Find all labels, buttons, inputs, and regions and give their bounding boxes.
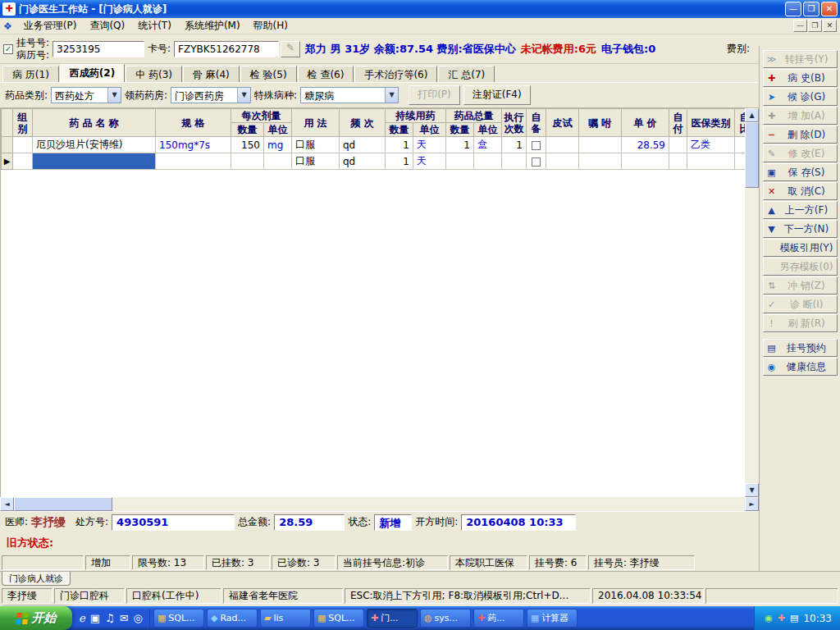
tab-lab-test[interactable]: 检 验(5) <box>240 66 297 82</box>
cancel-button[interactable]: ✕ 取 消(C) <box>763 182 838 200</box>
case-no-input[interactable]: 3253195 <box>52 41 144 57</box>
waiting-list-button[interactable]: ➤ 候 诊(G) <box>763 88 838 106</box>
drug-type-select[interactable]: 西药处方 ▼ <box>51 87 121 103</box>
status-hint: ESC:取消上下方引用; F8:取消模板引用;Ctrl+D... <box>345 588 591 604</box>
menu-statistics[interactable]: 统计(T) <box>131 17 178 34</box>
col-total-qty: 数量 <box>446 123 474 137</box>
task-pharmacy[interactable]: ✚ 药... <box>473 609 524 628</box>
app-icon: ◍ <box>424 613 432 623</box>
card-reader-button[interactable]: ✎ <box>281 41 300 57</box>
network-icon[interactable]: ▤ <box>790 613 798 623</box>
transfer-registration-button[interactable]: ≫ 转挂号(Y) <box>763 50 838 68</box>
col-frequency: 频 次 <box>340 109 386 137</box>
tab-western-medicine[interactable]: 西成药(2) <box>60 64 125 82</box>
task-outpatient-workstation[interactable]: ✚ 门... <box>367 609 418 628</box>
save-icon: ▣ <box>766 167 778 178</box>
title-bar: ✚ 门诊医生工作站 - [门诊病人就诊] — ❐ ✕ <box>0 0 840 18</box>
restore-button[interactable]: ❐ <box>803 2 819 16</box>
menu-bar: ❖ 业务管理(P) 查询(Q) 统计(T) 系统维护(M) 帮助(H) — ❐ … <box>0 18 840 34</box>
show-desktop-icon[interactable]: ▣ <box>90 612 100 624</box>
tab-surgery[interactable]: 手术治疗等(6) <box>354 66 437 82</box>
browser-icon[interactable]: ◎ <box>134 612 143 624</box>
vertical-scroll-thumb[interactable] <box>745 122 759 188</box>
start-button[interactable]: 开始 <box>0 606 72 630</box>
add-button[interactable]: ✚ 增 加(A) <box>763 107 838 125</box>
menu-business[interactable]: 业务管理(P) <box>17 17 84 34</box>
tab-chinese-medicine[interactable]: 中 药(3) <box>126 66 182 82</box>
save-button[interactable]: ▣ 保 存(S) <box>763 163 838 181</box>
minimize-button[interactable]: — <box>785 2 801 16</box>
scroll-up-icon[interactable]: ▲ <box>745 108 759 122</box>
medical-history-button[interactable]: ✚ 病 史(B) <box>763 69 838 87</box>
health-tray-icon[interactable]: ✚ <box>778 613 785 623</box>
child-minimize-button[interactable]: — <box>793 20 807 32</box>
add-icon: ✚ <box>766 111 778 121</box>
task-calculator[interactable]: ▦ 计算器 <box>527 609 578 628</box>
status-user: 李抒缦 <box>2 588 52 604</box>
mail-icon[interactable]: ✉ <box>120 612 129 624</box>
print-button[interactable]: 打印(P) <box>409 85 460 105</box>
task-sql-2[interactable]: ▦ SQL... <box>313 609 364 628</box>
reverse-button[interactable]: ⇅ 冲 销(Z) <box>763 276 838 294</box>
task-sys[interactable]: ◍ sys... <box>420 609 471 628</box>
tab-medical-record[interactable]: 病 历(1) <box>2 66 59 82</box>
save-as-template-button[interactable]: 另存模板(0) <box>763 258 838 276</box>
chevron-down-icon: ▼ <box>385 88 398 103</box>
child-restore-button[interactable]: ❐ <box>808 20 822 32</box>
table-row[interactable]: ▶ 口服 qd 1 天 <box>2 153 746 170</box>
registration-fee: 挂号费: 6 <box>529 555 587 570</box>
status-department: 门诊口腔科 <box>54 588 125 604</box>
col-self-provided: 自备 <box>527 109 546 137</box>
scroll-down-icon[interactable]: ▼ <box>745 483 759 497</box>
task-sql-1[interactable]: ▦ SQL... <box>153 609 204 628</box>
row-indicator-header <box>2 109 13 137</box>
scroll-right-icon[interactable]: ► <box>745 497 759 511</box>
drug-name-cell[interactable]: 厄贝沙坦片(安博维) <box>33 137 156 153</box>
delete-button[interactable]: − 删 除(D) <box>763 126 838 144</box>
horizontal-scroll-thumb[interactable] <box>14 497 112 511</box>
ie-icon[interactable]: e <box>79 612 85 624</box>
tab-summary[interactable]: 汇 总(7) <box>438 66 495 82</box>
close-button[interactable]: ✕ <box>821 2 838 16</box>
menu-help[interactable]: 帮助(H) <box>247 17 294 34</box>
insurance-info: 本院职工医保 <box>450 555 527 570</box>
table-row[interactable]: 厄贝沙坦片(安博维) 150mg*7s 150 mg 口服 qd 1 天 1 盒… <box>2 137 746 153</box>
template-reference-button[interactable]: 模板引用(Y) <box>763 239 838 257</box>
pharmacy-label: 领药药房: <box>125 89 167 103</box>
case-no-label: 病历号: <box>16 49 49 62</box>
antivirus-icon[interactable]: ◉ <box>765 613 773 623</box>
menu-query[interactable]: 查询(Q) <box>83 17 131 34</box>
registered-count: 已挂数: 3 <box>206 555 270 570</box>
task-lis[interactable]: ▰ lis <box>260 609 311 628</box>
horizontal-scrollbar[interactable]: ◄ ► <box>0 497 759 511</box>
delete-icon: − <box>766 130 778 140</box>
scroll-left-icon[interactable]: ◄ <box>0 497 14 511</box>
diagnosis-button[interactable]: ✓ 诊 断(I) <box>763 295 838 313</box>
tab-outpatient-visit[interactable]: 门诊病人就诊 <box>2 572 71 586</box>
next-prescription-button[interactable]: ▼ 下一方(N) <box>763 220 838 238</box>
injection-cert-button[interactable]: 注射证(F4) <box>463 85 531 105</box>
col-skin-test: 皮试 <box>546 109 579 137</box>
total-amount-label: 总金额: <box>238 515 271 529</box>
col-advice: 嘱 咐 <box>579 109 622 137</box>
refresh-button[interactable]: ! 刷 新(R) <box>763 314 838 332</box>
reg-checkbox[interactable]: ✓ <box>3 44 13 54</box>
media-player-icon[interactable]: ♫ <box>105 612 115 624</box>
col-dose-unit: 单位 <box>264 123 292 137</box>
child-close-button[interactable]: ✕ <box>823 20 837 32</box>
task-rad[interactable]: ◆ Rad... <box>207 609 258 628</box>
pharmacy-select[interactable]: 门诊西药房 ▼ <box>171 87 251 103</box>
health-info-button[interactable]: ◉ 健康信息 <box>763 358 838 376</box>
selected-cell[interactable] <box>33 153 156 170</box>
previous-prescription-button[interactable]: ▲ 上一方(F) <box>763 201 838 219</box>
vertical-scrollbar[interactable]: ▲ ▼ <box>745 108 759 497</box>
registration-appointment-button[interactable]: ▤ 挂号预约 <box>763 339 838 357</box>
fee-type-label: 费别: <box>727 42 750 56</box>
special-disease-select[interactable]: 糖尿病 ▼ <box>300 87 399 103</box>
card-no-label: 卡号: <box>148 42 171 56</box>
menu-maintenance[interactable]: 系统维护(M) <box>178 17 247 34</box>
tab-ortho-anesthesia[interactable]: 骨 麻(4) <box>183 66 240 82</box>
card-no-input[interactable]: FZYBK51262778 <box>174 41 279 57</box>
modify-button[interactable]: ✎ 修 改(E) <box>763 144 838 162</box>
tab-examination[interactable]: 检 查(6) <box>298 66 354 82</box>
